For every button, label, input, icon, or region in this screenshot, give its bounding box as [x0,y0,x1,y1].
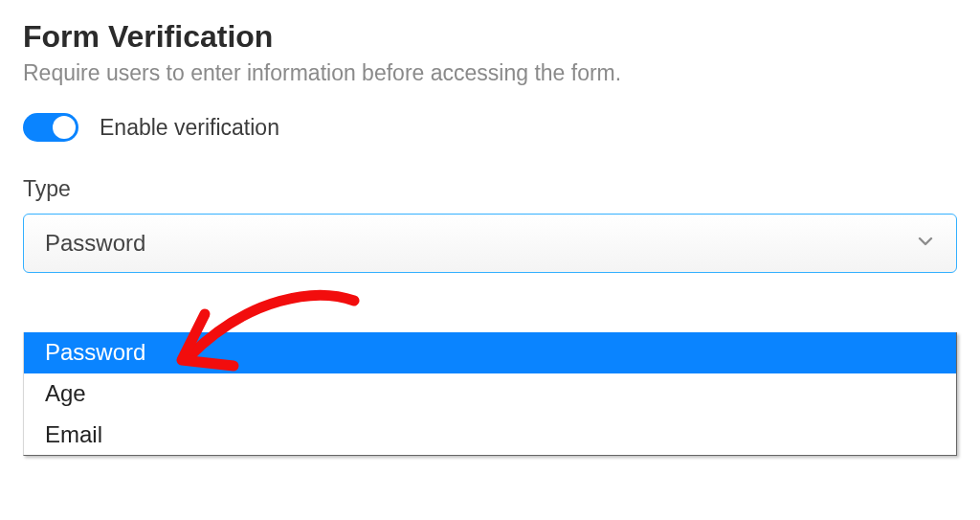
type-select-value: Password [45,230,145,257]
enable-verification-label: Enable verification [100,115,279,141]
enable-verification-toggle[interactable] [23,113,78,142]
type-label: Type [23,176,957,202]
type-option-age[interactable]: Age [24,373,956,415]
section-heading: Form Verification [23,19,957,55]
enable-verification-row: Enable verification [23,113,957,142]
type-option-password[interactable]: Password [24,332,956,373]
toggle-knob [53,116,76,139]
chevron-down-icon [914,230,937,257]
section-subheading: Require users to enter information befor… [23,60,957,86]
type-dropdown[interactable]: Password Age Email [23,332,957,456]
type-option-email[interactable]: Email [24,415,956,456]
type-select[interactable]: Password [23,214,957,273]
